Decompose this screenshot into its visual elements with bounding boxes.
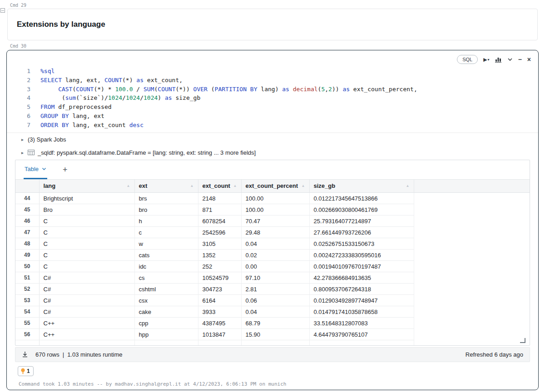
language-badge[interactable]: SQL — [457, 55, 478, 64]
table-cell[interactable]: 2.81 — [241, 284, 309, 295]
table-row[interactable]: 45Brobro871100.000.002669030800461769 — [15, 204, 530, 216]
table-cell[interactable]: 3933 — [198, 306, 241, 318]
table-cell[interactable]: 0.02 — [241, 250, 309, 261]
table-row[interactable]: 46Ch607825470.4725.793164077214897 — [15, 216, 530, 227]
table-cell[interactable]: 6164 — [198, 295, 241, 306]
table-cell[interactable]: Bro — [39, 204, 134, 216]
table-cell[interactable]: 97.10 — [241, 272, 309, 284]
table-row[interactable]: 47Cc254259629.4827.661449793726206 — [15, 227, 530, 238]
table-cell[interactable]: 0.06 — [241, 295, 309, 306]
table-cell[interactable]: 0.012217345647513866 — [309, 193, 414, 204]
sort-icon[interactable]: ▲ — [127, 184, 130, 188]
table-cell[interactable]: cpp — [134, 318, 198, 329]
table-row[interactable]: 56C++hpp101384715.904.644793790765107 — [15, 329, 530, 340]
column-header-ext[interactable]: ext▲ — [134, 180, 198, 193]
table-cell[interactable]: cs — [134, 272, 198, 284]
column-header-ext_count[interactable]: ext_count▲ — [198, 180, 241, 193]
table-row[interactable]: 55C++cpp438749568.7933.51648312807083 — [15, 318, 530, 329]
markdown-cell[interactable]: Extensions by language — [7, 9, 538, 40]
table-row[interactable]: 54C#cake39330.040.014791741035878658 — [15, 306, 530, 318]
run-cell-button[interactable]: ▶▾ — [483, 57, 489, 63]
code-line[interactable]: 2SELECT lang, ext, COUNT(*) as ext_count… — [7, 76, 538, 85]
comments-badge[interactable]: 1 — [18, 366, 34, 376]
table-cell[interactable]: C# — [39, 272, 134, 284]
table-cell[interactable]: hpp — [134, 329, 198, 340]
table-cell[interactable]: C# — [39, 284, 134, 295]
table-row[interactable]: 48Cw31050.040.02526751533150673 — [15, 238, 530, 250]
table-cell[interactable]: 304723 — [198, 284, 241, 295]
table-cell[interactable]: 0.04 — [241, 306, 309, 318]
table-cell[interactable]: C — [39, 250, 134, 261]
table-cell[interactable] — [241, 340, 309, 346]
table-cell[interactable]: 100.00 — [241, 193, 309, 204]
table-row[interactable]: 51C#cs1052457997.1042.278366684913635 — [15, 272, 530, 284]
code-line[interactable]: 3 CAST(COUNT(*) * 100.0 / SUM(COUNT(*)) … — [7, 85, 538, 94]
table-cell[interactable]: C# — [39, 295, 134, 306]
table-row[interactable]: 49Ccats13520.020.0024272333830595016 — [15, 250, 530, 261]
table-cell[interactable]: 0.002669030800461769 — [309, 204, 414, 216]
table-cell[interactable]: Brightscript — [39, 193, 134, 204]
table-cell[interactable]: w — [134, 238, 198, 250]
table-cell[interactable]: 2542596 — [198, 227, 241, 238]
table-row[interactable]: 52C#cshtml3047232.810.8009537067264318 — [15, 284, 530, 295]
table-cell[interactable]: cake — [134, 306, 198, 318]
table-cell[interactable]: 33.51648312807083 — [309, 318, 414, 329]
table-cell[interactable]: brs — [134, 193, 198, 204]
table-cell[interactable]: 871 — [198, 204, 241, 216]
table-cell[interactable]: 25.793164077214897 — [309, 216, 414, 227]
table-cell[interactable]: h — [134, 216, 198, 227]
table-cell[interactable]: c — [134, 227, 198, 238]
table-cell[interactable]: C++ — [39, 318, 134, 329]
table-cell[interactable]: 252 — [198, 261, 241, 272]
table-cell[interactable]: 3105 — [198, 238, 241, 250]
code-line[interactable]: 4 (sum(`size`)/1024/1024/1024) as size_g… — [7, 93, 538, 103]
table-cell[interactable]: 0.02526751533150673 — [309, 238, 414, 250]
table-row[interactable]: 53C#csx61640.060.012903492897748947 — [15, 295, 530, 306]
table-cell[interactable]: 68.79 — [241, 318, 309, 329]
table-cell[interactable]: idc — [134, 261, 198, 272]
table-cell[interactable]: 4387495 — [198, 318, 241, 329]
table-cell[interactable]: 1352 — [198, 250, 241, 261]
table-cell[interactable]: C — [39, 261, 134, 272]
table-cell[interactable]: 15.90 — [241, 329, 309, 340]
table-cell[interactable]: cats — [134, 250, 198, 261]
code-line[interactable]: 1%sql — [7, 67, 538, 76]
code-line[interactable]: 7ORDER BY lang, ext_count desc — [7, 121, 538, 130]
table-cell[interactable] — [39, 340, 134, 346]
table-cell[interactable]: 29.48 — [241, 227, 309, 238]
sqldf-disclosure[interactable]: ▸ _sqldf: pyspark.sql.dataframe.DataFram… — [7, 146, 538, 159]
table-row[interactable]: 44Brightscriptbrs2148100.000.01221734564… — [15, 193, 530, 204]
table-cell[interactable]: 0.014791741035878658 — [309, 306, 414, 318]
sort-icon[interactable]: ▲ — [233, 184, 237, 188]
table-cell[interactable] — [309, 340, 414, 346]
table-cell[interactable]: C — [39, 216, 134, 227]
table-cell[interactable]: 0.0019401097670197487 — [309, 261, 414, 272]
download-icon[interactable] — [22, 351, 28, 358]
table-cell[interactable]: 100.00 — [241, 204, 309, 216]
table-cell[interactable]: 0.04 — [241, 238, 309, 250]
sort-icon[interactable]: ▲ — [302, 184, 305, 188]
table-cell[interactable]: cshtml — [134, 284, 198, 295]
table-cell[interactable]: 0.8009537067264318 — [309, 284, 414, 295]
column-header-ext_count_percent[interactable]: ext_count_percent▲ — [241, 180, 309, 193]
spark-jobs-disclosure[interactable]: ▸ (3) Spark Jobs — [7, 133, 538, 146]
resize-handle[interactable] — [520, 338, 525, 343]
table-cell[interactable]: 2148 — [198, 193, 241, 204]
column-header-lang[interactable]: lang▲ — [39, 180, 134, 193]
table-cell[interactable]: C++ — [39, 329, 134, 340]
add-visualization-button[interactable]: + — [61, 166, 69, 174]
table-cell[interactable]: 10524579 — [198, 272, 241, 284]
table-cell[interactable]: 1013847 — [198, 329, 241, 340]
code-editor[interactable]: 1%sql2SELECT lang, ext, COUNT(*) as ext_… — [7, 67, 538, 130]
table-row[interactable]: 50Cidc2520.000.0019401097670197487 — [15, 261, 530, 272]
sort-icon[interactable]: ▲ — [190, 184, 194, 188]
code-line[interactable]: 5FROM df_preprocessed — [7, 103, 538, 112]
table-row-clipped[interactable] — [15, 340, 530, 346]
table-cell[interactable]: 42.278366684913635 — [309, 272, 414, 284]
table-cell[interactable]: bro — [134, 204, 198, 216]
table-cell[interactable]: 27.661449793726206 — [309, 227, 414, 238]
table-cell[interactable]: 6078254 — [198, 216, 241, 227]
sort-icon[interactable]: ▲ — [406, 184, 410, 188]
code-line[interactable]: 6GROUP BY lang, ext — [7, 112, 538, 121]
table-cell[interactable] — [134, 340, 198, 346]
